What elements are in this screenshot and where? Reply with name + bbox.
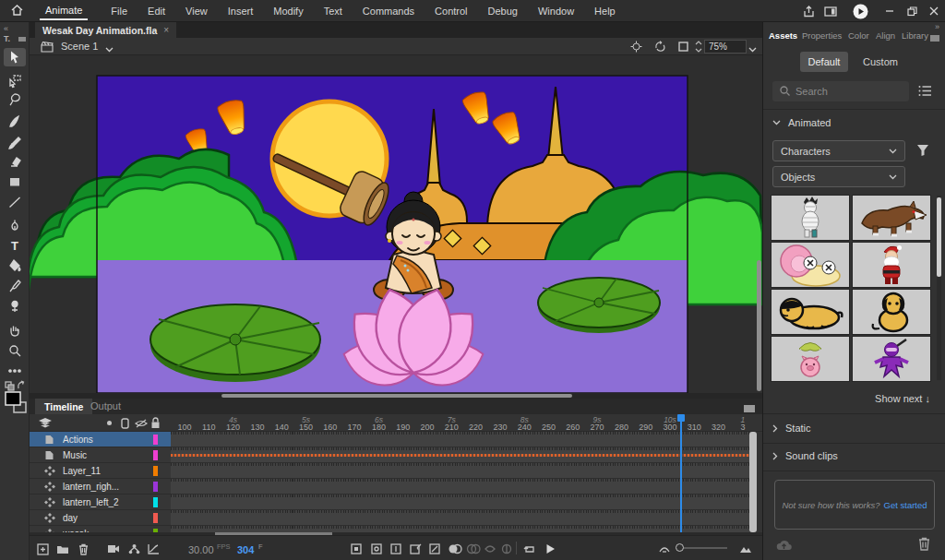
asset-warp-tool[interactable]	[4, 297, 26, 316]
section-sound-clips[interactable]: Sound clips	[772, 450, 838, 461]
zoom-tool[interactable]	[4, 341, 26, 360]
stage-pasteboard[interactable]	[30, 55, 762, 393]
zoom-stepper[interactable]	[695, 40, 702, 55]
tab-animate[interactable]: Animate	[40, 1, 88, 20]
section-static[interactable]: Static	[772, 423, 811, 434]
tab-assets[interactable]: Assets	[769, 30, 797, 41]
outline-icon[interactable]	[121, 418, 129, 431]
share-icon[interactable]	[797, 0, 819, 22]
blank-keyframe-icon[interactable]	[369, 542, 384, 556]
asset-thumb-dog-sitting[interactable]	[853, 290, 930, 334]
selection-tool[interactable]	[4, 48, 26, 66]
subselection-tool[interactable]	[4, 72, 26, 90]
frame-row[interactable]	[171, 479, 749, 494]
collapse-panel-icon[interactable]: »	[935, 22, 939, 31]
workspace-icon[interactable]	[819, 0, 842, 22]
play-icon[interactable]	[543, 542, 557, 556]
list-view-icon[interactable]	[918, 85, 932, 99]
new-folder-icon[interactable]	[55, 542, 70, 556]
scene-label[interactable]: Scene 1	[61, 41, 98, 52]
layer-layer-11[interactable]: Layer_11	[30, 463, 171, 479]
scene-chevron-icon[interactable]	[105, 43, 114, 54]
remove-frames-icon[interactable]	[427, 542, 442, 556]
get-started-link[interactable]: Get started	[884, 500, 927, 510]
menu-modify[interactable]: Modify	[263, 2, 313, 20]
camera-icon[interactable]	[106, 542, 121, 556]
lock-icon[interactable]	[150, 417, 161, 431]
keyframe-icon[interactable]	[349, 542, 364, 556]
hand-tool[interactable]	[4, 321, 26, 340]
timeline-menu-icon[interactable]	[744, 403, 755, 414]
tab-properties[interactable]: Properties	[802, 30, 842, 41]
layer-name[interactable]: Actions	[63, 435, 153, 445]
frame-row[interactable]	[171, 510, 749, 526]
zoom-level-field[interactable]: 75%	[704, 40, 747, 54]
asset-thumb-dog-lying[interactable]	[772, 290, 849, 334]
eyedropper-tool[interactable]	[4, 277, 26, 295]
section-animated[interactable]: Animated	[772, 117, 831, 128]
frame-icon[interactable]	[389, 542, 403, 556]
zoom-chevron-icon[interactable]	[748, 43, 757, 54]
menu-insert[interactable]: Insert	[218, 2, 264, 20]
stage-vscrollbar[interactable]	[757, 260, 761, 391]
show-next-button[interactable]: Show next ↓	[875, 393, 930, 404]
rotate-view-icon[interactable]	[653, 41, 666, 54]
asset-thumb-pig-parachute[interactable]	[772, 337, 849, 381]
lily-pad-left[interactable]	[150, 304, 320, 382]
add-layer-icon[interactable]	[35, 542, 50, 556]
objects-dropdown[interactable]: Objects	[772, 166, 905, 187]
paint-bucket-tool[interactable]	[4, 256, 26, 275]
document-tab[interactable]: Wesak Day Animation.fla ×	[35, 22, 176, 38]
timeline-zoom-slider[interactable]	[676, 547, 727, 549]
menu-help[interactable]: Help	[584, 2, 626, 20]
frame-row[interactable]	[171, 432, 749, 447]
characters-dropdown[interactable]: Characters	[772, 140, 905, 161]
asset-thumb-snail[interactable]	[772, 243, 849, 287]
layer-name[interactable]: lantern_left_2	[63, 497, 153, 507]
layer-lantern-left-2[interactable]: lantern_left_2	[30, 494, 171, 510]
rail-handle[interactable]	[18, 37, 26, 42]
frame-row[interactable]	[171, 463, 749, 479]
panel-trash-icon[interactable]	[918, 537, 930, 553]
color-swatches[interactable]	[5, 391, 29, 417]
eraser-tool[interactable]	[4, 152, 26, 171]
center-playhead-icon[interactable]	[657, 542, 672, 556]
layer-name[interactable]: Music	[63, 450, 153, 460]
assets-scrollbar[interactable]	[937, 196, 941, 380]
playhead[interactable]	[680, 414, 682, 532]
onion-markers-icon[interactable]	[499, 542, 514, 556]
menu-edit[interactable]: Edit	[138, 2, 175, 20]
playhead-head[interactable]	[677, 414, 685, 422]
panel-menu-icon[interactable]	[930, 32, 939, 43]
asset-thumb-werewolf[interactable]	[853, 196, 930, 240]
highlight-dot-icon[interactable]	[107, 421, 112, 425]
hide-eye-icon[interactable]	[135, 418, 148, 431]
line-tool[interactable]	[4, 193, 26, 211]
lily-pad-right[interactable]	[538, 278, 660, 333]
edit-multiple-frames-icon[interactable]	[483, 542, 497, 556]
menu-debug[interactable]: Debug	[478, 2, 528, 20]
menu-file[interactable]: File	[101, 2, 138, 20]
layers-icon[interactable]	[39, 418, 52, 430]
layer-lantern-righ-[interactable]: lantern_righ...	[30, 479, 171, 494]
text-tool[interactable]: T	[4, 236, 26, 255]
menu-control[interactable]: Control	[425, 2, 477, 20]
loop-icon[interactable]	[522, 542, 537, 556]
asset-thumb-santa[interactable]	[853, 243, 930, 287]
custom-assets-button[interactable]: Custom	[859, 52, 902, 72]
menu-window[interactable]: Window	[528, 2, 584, 20]
frame-row[interactable]	[171, 526, 749, 532]
lasso-tool[interactable]	[4, 90, 26, 109]
tab-output[interactable]: Output	[90, 400, 121, 411]
asset-thumb-mummy[interactable]	[772, 196, 849, 240]
restore-icon[interactable]	[901, 0, 923, 22]
menu-text[interactable]: Text	[314, 2, 353, 20]
asset-thumb-ninja[interactable]	[853, 337, 930, 381]
layer-name[interactable]: Layer_11	[63, 466, 153, 476]
test-movie-button[interactable]	[849, 0, 871, 22]
pen-tool[interactable]	[4, 217, 26, 235]
minimize-icon[interactable]	[879, 0, 901, 22]
delete-layer-icon[interactable]	[76, 542, 90, 556]
tab-timeline[interactable]: Timeline	[35, 399, 92, 414]
layer-music[interactable]: Music	[30, 447, 171, 463]
